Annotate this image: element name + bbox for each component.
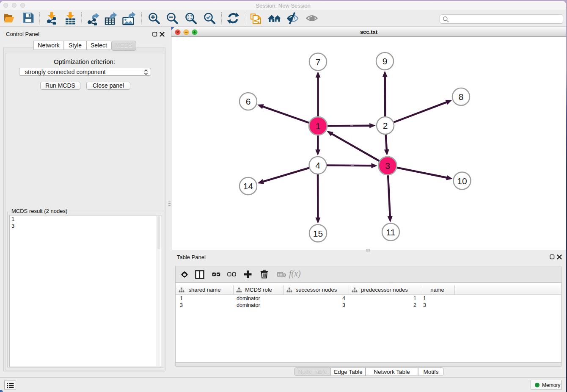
svg-text:11: 11 bbox=[386, 227, 396, 237]
svg-text:8: 8 bbox=[459, 92, 464, 102]
svg-text:14: 14 bbox=[243, 181, 253, 191]
svg-text:6: 6 bbox=[246, 97, 251, 106]
svg-text:7: 7 bbox=[316, 57, 321, 67]
svg-text:10: 10 bbox=[457, 176, 467, 186]
svg-text:3: 3 bbox=[385, 161, 390, 171]
svg-text:4: 4 bbox=[315, 160, 320, 170]
svg-text:9: 9 bbox=[383, 56, 388, 66]
svg-text:2: 2 bbox=[383, 121, 388, 130]
svg-text:15: 15 bbox=[313, 229, 323, 238]
svg-text:1: 1 bbox=[316, 121, 321, 131]
